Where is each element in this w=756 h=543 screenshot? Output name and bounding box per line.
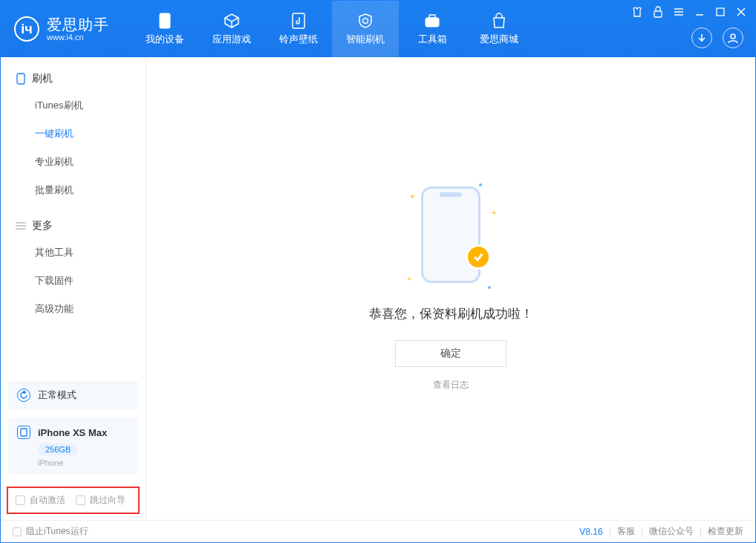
checkbox-label: 跳过向导 (90, 494, 126, 507)
checkbox-auto-activate[interactable]: 自动激活 (16, 494, 65, 507)
close-button[interactable] (734, 5, 748, 19)
sidebar-item-pro-flash[interactable]: 专业刷机 (1, 148, 146, 176)
sidebar-item-oneclick-flash[interactable]: 一键刷机 (1, 120, 146, 148)
cube-icon (224, 13, 240, 29)
nav-store[interactable]: 爱思商城 (466, 1, 532, 57)
svg-rect-18 (21, 429, 27, 436)
window-controls (630, 5, 748, 19)
list-icon (16, 221, 26, 231)
sidebar-header-label: 更多 (32, 219, 53, 233)
success-message: 恭喜您，保资料刷机成功啦！ (369, 305, 533, 322)
app-name: 爱思助手 (47, 16, 109, 33)
menu-icon[interactable] (672, 5, 685, 19)
sidebar-section-flash: 刷机 (1, 66, 146, 91)
sidebar-bottom-options: 自动激活 跳过向导 (7, 487, 140, 514)
nav-label: 爱思商城 (480, 33, 518, 46)
app-window: iч 爱思助手 www.i4.cn 我的设备 应用游戏 铃声壁纸 智能刷机 (0, 0, 756, 543)
mode-label: 正常模式 (38, 388, 76, 402)
device-type: iPhone (38, 458, 129, 467)
check-update-link[interactable]: 检查更新 (708, 525, 743, 538)
version-label[interactable]: V8.16 (579, 527, 602, 537)
support-link[interactable]: 客服 (617, 525, 635, 538)
svg-point-13 (731, 34, 735, 39)
svg-rect-10 (717, 8, 724, 16)
bag-icon (491, 13, 507, 29)
nav-label: 铃声壁纸 (279, 33, 318, 46)
ok-button[interactable]: 确定 (395, 340, 506, 367)
main-nav: 我的设备 应用游戏 铃声壁纸 智能刷机 工具箱 爱思商城 (131, 1, 532, 57)
storage-badge: 256GB (38, 443, 78, 455)
titlebar: iч 爱思助手 www.i4.cn 我的设备 应用游戏 铃声壁纸 智能刷机 (1, 1, 755, 57)
checkbox-label: 自动激活 (30, 494, 65, 507)
nav-apps[interactable]: 应用游戏 (198, 1, 265, 57)
minimize-button[interactable] (693, 5, 706, 19)
app-url: www.i4.cn (47, 33, 109, 42)
user-button[interactable] (723, 27, 743, 48)
logo-icon: iч (14, 16, 39, 42)
svg-rect-1 (293, 13, 304, 28)
refresh-icon (17, 388, 30, 402)
titlebar-actions (691, 27, 743, 48)
svg-rect-14 (17, 74, 25, 84)
sidebar-item-itunes-flash[interactable]: iTunes刷机 (1, 91, 146, 120)
lock-icon[interactable] (651, 5, 665, 19)
toolbox-icon (424, 13, 440, 29)
sidebar-item-download-firmware[interactable]: 下载固件 (1, 267, 146, 295)
checkbox-skip-guide[interactable]: 跳过向导 (76, 494, 126, 507)
status-bar: 阻止iTunes运行 V8.16 | 客服 | 微信公众号 | 检查更新 (1, 520, 755, 542)
checkbox-label: 阻止iTunes运行 (26, 525, 88, 538)
nav-toolbox[interactable]: 工具箱 (399, 1, 466, 57)
nav-label: 我的设备 (146, 33, 184, 46)
sidebar-item-batch-flash[interactable]: 批量刷机 (1, 176, 146, 204)
nav-my-device[interactable]: 我的设备 (131, 1, 198, 57)
maximize-button[interactable] (714, 5, 727, 19)
shield-refresh-icon (357, 13, 374, 29)
checkbox-block-itunes[interactable]: 阻止iTunes运行 (13, 525, 88, 538)
device-icon (16, 74, 26, 84)
nav-smart-flash[interactable]: 智能刷机 (332, 1, 399, 57)
nav-ringtones[interactable]: 铃声壁纸 (265, 1, 332, 57)
tshirt-icon[interactable] (630, 5, 644, 19)
phone-icon (157, 13, 173, 29)
nav-label: 应用游戏 (212, 33, 251, 46)
music-file-icon (290, 13, 307, 29)
download-button[interactable] (691, 27, 712, 48)
phone-icon (17, 426, 30, 439)
view-log-link[interactable]: 查看日志 (433, 379, 469, 391)
svg-rect-3 (426, 18, 439, 27)
svg-point-2 (363, 18, 368, 23)
mode-card[interactable]: 正常模式 (8, 381, 138, 409)
nav-label: 工具箱 (418, 33, 447, 46)
wechat-link[interactable]: 微信公众号 (649, 525, 694, 538)
sidebar-section-more: 更多 (1, 213, 146, 238)
svg-rect-5 (654, 11, 662, 17)
sidebar-item-other-tools[interactable]: 其他工具 (1, 238, 146, 267)
sidebar-item-advanced[interactable]: 高级功能 (1, 295, 146, 323)
svg-rect-4 (429, 15, 435, 18)
device-name: iPhone XS Max (38, 427, 107, 438)
sidebar-header-label: 刷机 (32, 72, 53, 85)
device-card[interactable]: iPhone XS Max 256GB iPhone (8, 418, 138, 475)
svg-rect-0 (160, 13, 170, 28)
app-logo[interactable]: iч 爱思助手 www.i4.cn (14, 16, 109, 42)
success-illustration: ✦✦✦ (406, 186, 495, 290)
check-icon (466, 244, 491, 270)
sidebar: 刷机 iTunes刷机 一键刷机 专业刷机 批量刷机 更多 其他工具 下载固件 … (1, 57, 146, 520)
nav-label: 智能刷机 (346, 33, 385, 46)
main-content: ✦✦✦ 恭喜您，保资料刷机成功啦！ 确定 查看日志 (146, 57, 755, 520)
